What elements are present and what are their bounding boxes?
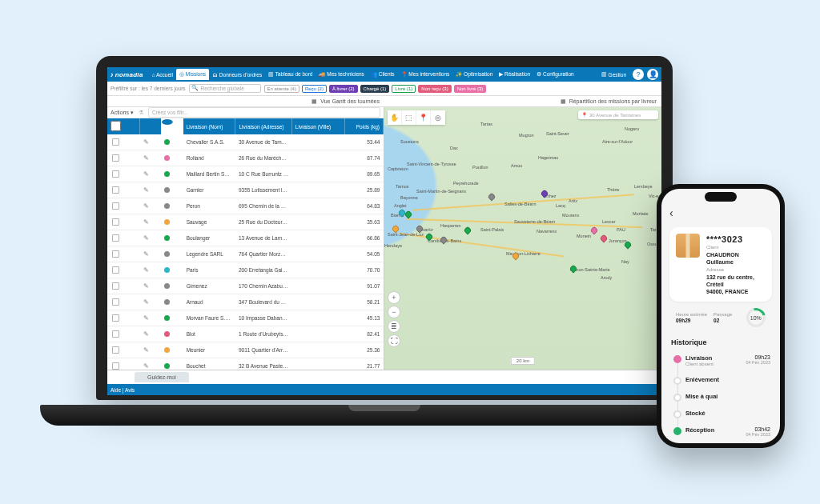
status-chip[interactable]: Non livré (3)	[454, 85, 487, 93]
row-checkbox[interactable]	[107, 342, 140, 358]
row-checkbox[interactable]	[107, 230, 140, 246]
map-ruler-tool[interactable]: ◎	[431, 110, 445, 125]
map-hand-tool[interactable]: ✋	[388, 110, 402, 125]
edit-icon[interactable]: ✎	[140, 246, 162, 262]
edit-icon[interactable]: ✎	[140, 294, 162, 310]
map-zoom-in[interactable]: +	[388, 291, 400, 304]
edit-icon[interactable]: ✎	[140, 342, 162, 358]
col-city[interactable]: Livraison (Ville)	[291, 118, 344, 134]
table-row[interactable]: ✎Arnaud347 Boulevard du Cami Salie 64...…	[107, 294, 384, 310]
table-row[interactable]: ✎Legendre SARL764 Quartier Morzelai 6431…	[107, 246, 384, 262]
city-label: Hendaye	[384, 243, 402, 248]
nav-clients[interactable]: 👥 Clients	[368, 69, 398, 80]
nav-optimisation[interactable]: ✨ Optimisation	[452, 69, 496, 80]
col-weight[interactable]: Poids (kg)	[345, 118, 384, 134]
edit-icon[interactable]: ✎	[140, 262, 162, 278]
history-title: Historique	[671, 338, 770, 346]
table-row[interactable]: ✎Chevalier S.A.S.30 Avenue de Tamames 64…	[107, 134, 384, 150]
city-label: Mourenx	[562, 213, 579, 218]
status-chip[interactable]: Livré (1)	[392, 85, 416, 93]
filter-funnel-icon[interactable]: ⚗	[139, 110, 143, 116]
edit-icon[interactable]: ✎	[140, 278, 162, 294]
table-row[interactable]: ✎Rolland26 Rue du Maréchal Foch 64530...…	[107, 150, 384, 166]
nav-configuration[interactable]: ⚙ Configuration	[533, 69, 577, 80]
gantt-header[interactable]: Vue Gantt des tournées	[320, 98, 380, 104]
city-label: Lembeye	[634, 184, 653, 189]
table-row[interactable]: ✎Maillard Bertin SARL10 C Rue Burruntz 6…	[107, 166, 384, 182]
city-label: Saint-Palais	[480, 227, 504, 232]
row-checkbox[interactable]	[107, 150, 140, 166]
footer-help-link[interactable]: Aide | Avis	[111, 387, 135, 393]
edit-icon[interactable]: ✎	[140, 214, 162, 230]
row-checkbox[interactable]	[107, 278, 140, 294]
nav-tableau-de-bord[interactable]: ▥ Tableau de bord	[265, 69, 316, 80]
col-name[interactable]: Livraison (Nom)	[183, 118, 235, 134]
back-button[interactable]: ‹	[669, 206, 673, 219]
row-checkbox[interactable]	[107, 214, 140, 230]
repartition-header[interactable]: Répartition des missions par livreur	[569, 98, 657, 104]
row-checkbox[interactable]	[107, 246, 140, 262]
map-fullscreen[interactable]: ⛶	[388, 334, 400, 347]
edit-icon[interactable]: ✎	[140, 166, 162, 182]
city-label: Anglet	[394, 203, 407, 208]
city-label: Artix	[569, 198, 577, 203]
table-row[interactable]: ✎Garnier9355 Lotissement le Pariceau 64.…	[107, 182, 384, 198]
edit-icon[interactable]: ✎	[140, 150, 162, 166]
edit-icon[interactable]: ✎	[140, 230, 162, 246]
user-avatar[interactable]: 👤	[647, 69, 658, 80]
table-row[interactable]: ✎Paris200 Erretangla Gaineko Bidea 6...7…	[107, 262, 384, 278]
edit-icon[interactable]: ✎	[140, 326, 162, 342]
progress-ring: 10%	[743, 305, 770, 331]
map-panel[interactable]: ✋ ⬚ 📍 ◎ 📍30 Avenue de Tamames + − ≣ ⛶ 20…	[384, 107, 661, 370]
missions-table: Livraison (Nom) Livraison (Adresse) Livr…	[107, 118, 384, 395]
row-checkbox[interactable]	[107, 326, 140, 342]
city-label: Capbreton	[388, 166, 408, 171]
nav-donneurs-d-ordres[interactable]: 🗂 Donneurs d'ordres	[209, 69, 265, 80]
guide-me-tab[interactable]: Guidez-moi	[135, 372, 189, 382]
row-checkbox[interactable]	[107, 262, 140, 278]
table-row[interactable]: ✎Meunier9011 Quartier d'Arribordes 642..…	[107, 342, 384, 358]
nav-mes-interventions[interactable]: 📍 Mes interventions	[398, 69, 453, 80]
city-label: Tarnos	[396, 184, 409, 189]
row-checkbox[interactable]	[107, 294, 140, 310]
select-all-header[interactable]	[107, 118, 140, 134]
table-row[interactable]: ✎Blot1 Route d'Urubeyts 64600 Angles82.4…	[107, 326, 384, 342]
table-row[interactable]: ✎Boulanger13 Avenue de Lamothe 64100 B..…	[107, 230, 384, 246]
edit-icon[interactable]: ✎	[140, 310, 162, 326]
status-chip[interactable]: En attente (4)	[264, 85, 299, 93]
map-layers[interactable]: ≣	[388, 320, 400, 333]
create-filter-input[interactable]: Créez vos filtr...	[148, 107, 380, 118]
city-label: Lescar	[602, 219, 616, 224]
col-address[interactable]: Livraison (Adresse)	[235, 118, 291, 134]
map-pin-tool[interactable]: 📍	[416, 110, 431, 125]
status-chip[interactable]: Chargé (1)	[360, 85, 390, 93]
edit-icon[interactable]: ✎	[140, 182, 162, 198]
actions-dropdown[interactable]: Actions ▾	[111, 110, 134, 116]
nav-gestion[interactable]: ▥ Gestion	[598, 69, 629, 80]
map-search[interactable]: 📍30 Avenue de Tamames	[578, 110, 658, 119]
status-chip[interactable]: À livrer (2)	[329, 85, 358, 93]
status-chip[interactable]: Reçu (2)	[302, 85, 327, 93]
help-icon[interactable]: ?	[633, 69, 644, 80]
nav-missions[interactable]: ◎ Missions	[176, 69, 209, 80]
global-search[interactable]: Recherche globale	[189, 84, 261, 93]
row-checkbox[interactable]	[107, 198, 140, 214]
row-checkbox[interactable]	[107, 166, 140, 182]
map-zoom-out[interactable]: −	[388, 306, 400, 318]
table-row[interactable]: ✎Morvan Faure S.A.S.10 Impasse Daban Pun…	[107, 310, 384, 326]
prefilter-label: Préfiltré sur : les 7 derniers jours	[111, 86, 186, 91]
city-label: Peyrehorade	[453, 181, 479, 186]
map-select-tool[interactable]: ⬚	[402, 110, 416, 125]
edit-icon[interactable]: ✎	[140, 198, 162, 214]
nav-r-alisation[interactable]: ▶ Réalisation	[496, 69, 533, 80]
table-row[interactable]: ✎Peron695 Chemin de la Tache 64300 ...64…	[107, 198, 384, 214]
nav-accueil[interactable]: ⌂ Accueil	[149, 69, 176, 80]
table-row[interactable]: ✎Sauvage25 Rue du Docteur Mice 64500 ...…	[107, 214, 384, 230]
table-row[interactable]: ✎Gimenez170 Chemin Azabunua 64480 U...91…	[107, 278, 384, 294]
row-checkbox[interactable]	[107, 134, 140, 150]
status-chip[interactable]: Non reçu (3)	[418, 85, 451, 93]
row-checkbox[interactable]	[107, 310, 140, 326]
nav-mes-techniciens[interactable]: 🚚 Mes techniciens	[316, 69, 367, 80]
row-checkbox[interactable]	[107, 182, 140, 198]
edit-icon[interactable]: ✎	[140, 134, 162, 150]
